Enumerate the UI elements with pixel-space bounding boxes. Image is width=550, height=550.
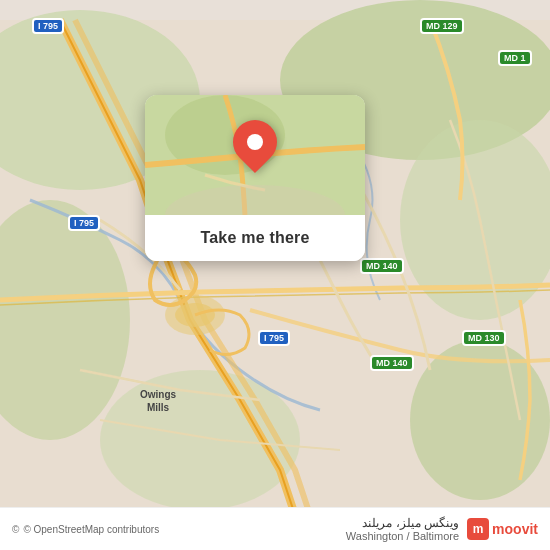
map-background xyxy=(0,0,550,550)
osm-text: © OpenStreetMap contributors xyxy=(23,524,159,535)
map-container: I 795 MD 129 MD 1 I 795 MD 140 I 795 MD … xyxy=(0,0,550,550)
road-badge-md129: MD 129 xyxy=(420,18,464,34)
road-badge-md130: MD 130 xyxy=(462,330,506,346)
copyright-area: © © OpenStreetMap contributors xyxy=(12,524,159,535)
location-details: وینگس میلز، مریلند Washington / Baltimor… xyxy=(346,516,459,542)
road-badge-md140-bottom: MD 140 xyxy=(370,355,414,371)
bottom-bar: © © OpenStreetMap contributors وینگس میل… xyxy=(0,507,550,550)
moovit-icon: m xyxy=(467,518,489,540)
road-badge-md140-right: MD 140 xyxy=(360,258,404,274)
popup-card: Take me there xyxy=(145,95,365,261)
location-info: وینگس میلز، مریلند Washington / Baltimor… xyxy=(346,516,538,542)
location-region: Washington / Baltimore xyxy=(346,530,459,542)
location-name: وینگس میلز، مریلند xyxy=(346,516,459,530)
road-badge-md1-right: MD 1 xyxy=(498,50,532,66)
take-me-there-button[interactable]: Take me there xyxy=(145,215,365,261)
location-pin xyxy=(233,120,277,164)
moovit-text: moovit xyxy=(492,521,538,537)
road-badge-i795-bottom: I 795 xyxy=(258,330,290,346)
copyright-symbol: © xyxy=(12,524,19,535)
road-badge-i795-top: I 795 xyxy=(32,18,64,34)
place-label-owings-mills: Owings Mills xyxy=(128,388,188,414)
moovit-logo: m moovit xyxy=(467,518,538,540)
popup-map-preview xyxy=(145,95,365,215)
road-badge-i795-mid: I 795 xyxy=(68,215,100,231)
